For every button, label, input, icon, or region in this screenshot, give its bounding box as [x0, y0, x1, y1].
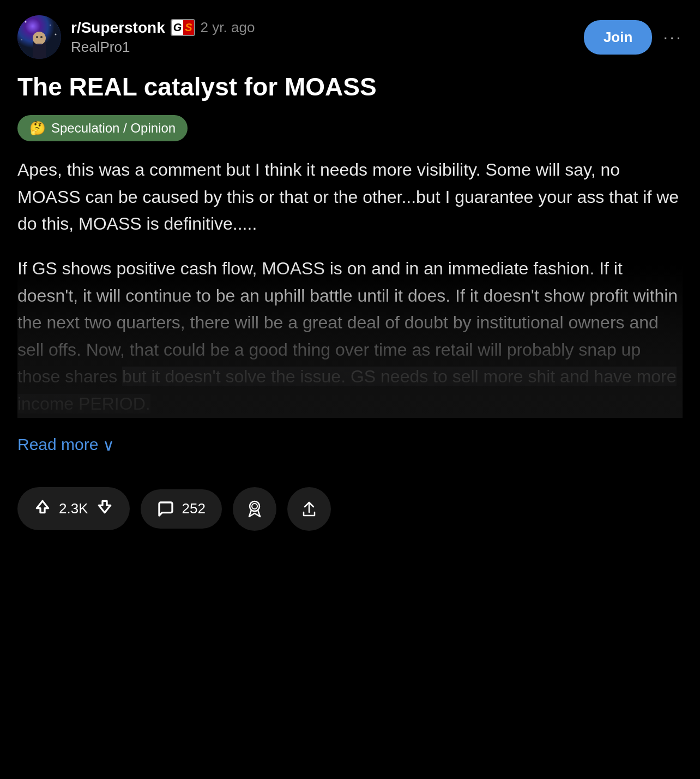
svg-point-2 — [50, 25, 51, 26]
action-bar: 2.3K 252 — [17, 487, 683, 531]
comment-icon — [157, 500, 174, 518]
avatar — [17, 15, 61, 59]
share-icon — [299, 499, 319, 519]
body-paragraph-2: If GS shows positive cash flow, MOASS is… — [17, 255, 683, 418]
header-right: Join ··· — [584, 20, 683, 55]
subreddit-row: r/Superstonk G S 2 yr. ago — [71, 19, 255, 37]
svg-point-1 — [25, 21, 27, 23]
svg-point-8 — [40, 36, 43, 38]
svg-rect-9 — [37, 44, 42, 45]
downvote-arrow-icon — [96, 498, 113, 516]
comment-button[interactable]: 252 — [141, 489, 222, 529]
vote-button[interactable]: 2.3K — [17, 487, 130, 530]
comment-count: 252 — [182, 500, 206, 517]
read-more-label: Read more — [17, 435, 98, 454]
more-options-button[interactable]: ··· — [663, 27, 683, 47]
svg-point-11 — [252, 504, 257, 509]
gs-badge-left: G — [172, 20, 184, 35]
post-header: r/Superstonk G S 2 yr. ago RealPro1 Join… — [17, 15, 683, 59]
read-more-button[interactable]: Read more ∨ — [17, 435, 683, 454]
post-body-fade: Apes, this was a comment but I think it … — [17, 157, 683, 417]
award-button[interactable] — [233, 487, 276, 531]
flair-emoji: 🤔 — [29, 121, 46, 136]
subreddit-name[interactable]: r/Superstonk — [71, 19, 165, 37]
flair-label: Speculation / Opinion — [51, 121, 176, 136]
body-paragraph-1: Apes, this was a comment but I think it … — [17, 157, 683, 238]
time-ago: 2 yr. ago — [201, 19, 255, 36]
share-button[interactable] — [287, 487, 331, 531]
svg-point-6 — [33, 32, 46, 45]
post-header-left: r/Superstonk G S 2 yr. ago RealPro1 — [17, 15, 255, 59]
award-icon — [245, 499, 264, 519]
post-body: Apes, this was a comment but I think it … — [17, 157, 683, 417]
svg-point-4 — [21, 39, 22, 40]
downvote-icon[interactable] — [96, 498, 113, 519]
upvote-arrow-icon — [34, 498, 51, 516]
flair-badge[interactable]: 🤔 Speculation / Opinion — [17, 115, 188, 141]
read-more-chevron: ∨ — [102, 435, 114, 454]
subreddit-info: r/Superstonk G S 2 yr. ago RealPro1 — [71, 19, 255, 56]
svg-point-10 — [250, 501, 260, 511]
gs-badge-right: S — [183, 20, 194, 35]
join-button[interactable]: Join — [584, 20, 652, 55]
post-container: r/Superstonk G S 2 yr. ago RealPro1 Join… — [0, 0, 700, 546]
post-title: The REAL catalyst for MOASS — [17, 72, 683, 102]
gs-badge: G S — [171, 19, 195, 36]
username[interactable]: RealPro1 — [71, 39, 255, 56]
svg-point-3 — [55, 34, 57, 35]
svg-point-7 — [36, 36, 38, 38]
upvote-icon[interactable] — [34, 498, 51, 519]
vote-count: 2.3K — [59, 500, 88, 517]
